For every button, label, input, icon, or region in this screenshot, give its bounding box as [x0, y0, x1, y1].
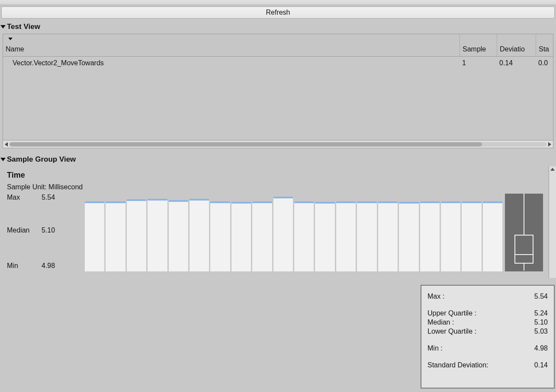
- bar[interactable]: [252, 201, 272, 272]
- bar[interactable]: [127, 199, 146, 271]
- test-view-header[interactable]: Test View: [0, 20, 556, 34]
- sample-unit-label: Sample Unit:: [7, 183, 47, 191]
- test-view-table: Name Sample Deviatio Sta Vector.Vector2_…: [3, 34, 553, 148]
- col-star[interactable]: Sta: [536, 34, 553, 56]
- tt-max-value: 5.54: [534, 293, 548, 300]
- scroll-track[interactable]: [10, 142, 546, 147]
- bars-container: [85, 194, 502, 271]
- tt-min-label: Min :: [427, 344, 443, 352]
- ylabel-median: Median: [7, 226, 33, 234]
- tt-median-value: 5.10: [534, 319, 548, 326]
- bar[interactable]: [231, 202, 251, 271]
- refresh-bar: Refresh: [0, 5, 556, 20]
- bar[interactable]: [336, 201, 356, 271]
- bar[interactable]: [190, 199, 209, 271]
- sample-group-panel: Time Sample Unit: Millisecond Max 5.54 M…: [3, 166, 553, 278]
- bar[interactable]: [483, 201, 502, 271]
- tt-max-label: Max :: [427, 293, 444, 300]
- tt-sd-label: Standard Deviation:: [427, 361, 489, 369]
- bar[interactable]: [169, 200, 188, 271]
- cell-sample: 1: [460, 59, 497, 67]
- col-name[interactable]: Name: [3, 34, 460, 56]
- bar[interactable]: [378, 201, 398, 271]
- chevron-down-icon: [0, 25, 6, 29]
- bar[interactable]: [462, 201, 481, 271]
- scroll-thumb[interactable]: [10, 142, 482, 147]
- horizontal-scrollbar[interactable]: [3, 140, 553, 148]
- boxplot-tooltip: Max : 5.54 Upper Quartile : 5.24 Median …: [421, 285, 555, 389]
- sort-indicator-icon: [8, 38, 13, 40]
- tt-lq-label: Lower Quartile :: [427, 328, 476, 335]
- scroll-left-icon[interactable]: [5, 142, 8, 147]
- sample-unit-value: Millisecond: [48, 183, 83, 191]
- bar[interactable]: [148, 199, 167, 271]
- bar[interactable]: [210, 201, 230, 271]
- chart-area: Max 5.54 Median 5.10 Min 4.98: [7, 194, 543, 271]
- yval-max: 5.54: [42, 194, 55, 201]
- scroll-up-icon[interactable]: [550, 168, 555, 171]
- test-view-title: Test View: [7, 22, 40, 31]
- vertical-scrollbar[interactable]: [549, 166, 556, 278]
- tt-min-value: 4.98: [534, 344, 548, 352]
- col-deviation[interactable]: Deviatio: [497, 34, 536, 56]
- tt-uq-value: 5.24: [534, 309, 548, 317]
- bar[interactable]: [273, 197, 293, 271]
- cell-name: Vector.Vector2_MoveTowards: [3, 59, 460, 67]
- bar[interactable]: [441, 201, 460, 271]
- tt-sd-value: 0.14: [534, 361, 548, 369]
- table-header: Name Sample Deviatio Sta: [3, 34, 553, 57]
- bar[interactable]: [399, 202, 418, 271]
- bar[interactable]: [420, 201, 440, 272]
- bar[interactable]: [315, 202, 334, 271]
- bar[interactable]: [106, 201, 125, 272]
- metric-title: Time: [7, 171, 543, 180]
- window-top-strip: [0, 0, 556, 5]
- bar[interactable]: [294, 201, 314, 271]
- table-row[interactable]: Vector.Vector2_MoveTowards 1 0.14 0.0: [3, 57, 553, 70]
- scroll-right-icon[interactable]: [548, 142, 551, 147]
- table-body: Vector.Vector2_MoveTowards 1 0.14 0.0: [3, 57, 553, 140]
- bar[interactable]: [85, 201, 104, 271]
- tt-uq-label: Upper Quartile :: [427, 309, 476, 317]
- y-axis-labels: Max 5.54 Median 5.10 Min 4.98: [7, 194, 85, 271]
- ylabel-max: Max: [7, 194, 33, 201]
- boxplot[interactable]: [505, 194, 543, 271]
- tt-median-label: Median :: [427, 319, 454, 326]
- sample-group-title: Sample Group View: [7, 155, 76, 164]
- sample-unit: Sample Unit: Millisecond: [7, 183, 543, 191]
- chevron-down-icon: [0, 158, 6, 161]
- ylabel-min: Min: [7, 262, 33, 270]
- yval-min: 4.98: [42, 262, 55, 270]
- tt-lq-value: 5.03: [534, 328, 548, 335]
- yval-median: 5.10: [42, 226, 55, 234]
- cell-star: 0.0: [536, 59, 553, 67]
- bar[interactable]: [357, 201, 376, 271]
- col-name-label: Name: [6, 45, 24, 53]
- col-sample[interactable]: Sample: [460, 34, 497, 56]
- refresh-button[interactable]: Refresh: [1, 6, 555, 19]
- sample-group-header[interactable]: Sample Group View: [0, 153, 556, 166]
- cell-deviation: 0.14: [497, 59, 536, 67]
